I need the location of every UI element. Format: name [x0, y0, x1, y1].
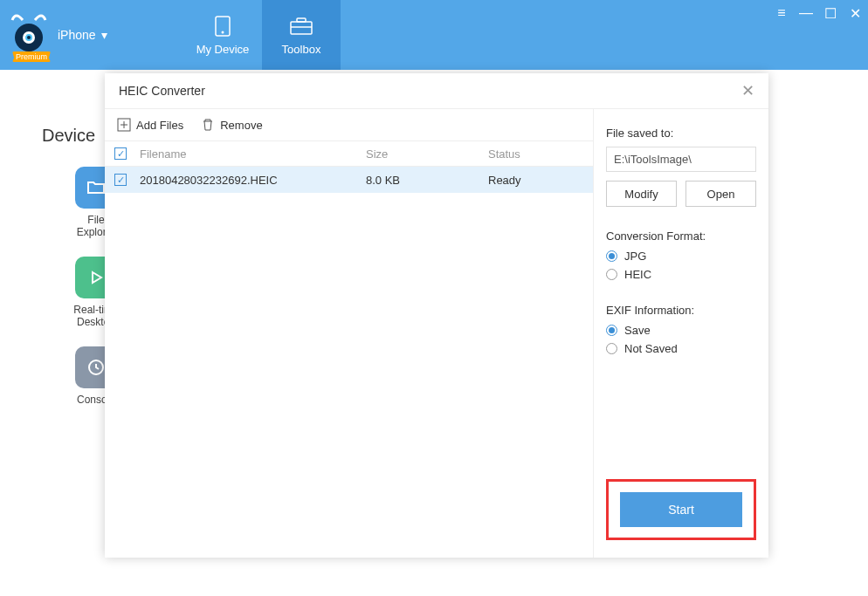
radio-label: Save	[624, 324, 651, 337]
button-label: Add Files	[136, 119, 183, 132]
device-dropdown[interactable]: iPhone ▾	[58, 28, 107, 42]
premium-badge: Premium	[12, 51, 51, 62]
radio-heic[interactable]: HEIC	[606, 268, 756, 281]
file-toolbar: Add Files Remove	[105, 109, 593, 140]
device-name: iPhone	[58, 28, 96, 42]
chevron-down-icon: ▾	[101, 28, 107, 42]
table-header: Filename Size Status	[105, 140, 593, 167]
svg-point-3	[27, 36, 31, 39]
start-highlight: Start	[606, 479, 756, 540]
cell-filename: 20180428032232692.HEIC	[136, 174, 366, 187]
radio-icon	[606, 325, 617, 336]
svg-rect-8	[297, 18, 306, 22]
file-list-panel: Add Files Remove Filename Size Status 20…	[105, 109, 594, 558]
radio-exif-save[interactable]: Save	[606, 324, 756, 337]
tab-label: Toolbox	[282, 43, 321, 56]
col-filename: Filename	[136, 147, 366, 161]
col-status: Status	[488, 147, 593, 161]
close-icon[interactable]: ✕	[741, 81, 754, 100]
col-size: Size	[366, 147, 488, 161]
svg-point-6	[222, 31, 224, 33]
save-path-field[interactable]: E:\iToolsImage\	[606, 147, 756, 172]
select-all-checkbox[interactable]	[114, 147, 127, 160]
radio-jpg[interactable]: JPG	[606, 250, 756, 263]
remove-button[interactable]: Remove	[201, 118, 262, 132]
svg-point-4	[24, 34, 26, 36]
open-button[interactable]: Open	[685, 181, 756, 207]
svg-marker-10	[93, 272, 101, 283]
radio-label: HEIC	[624, 268, 651, 281]
plus-box-icon	[117, 118, 131, 132]
cell-status: Ready	[488, 174, 593, 187]
radio-label: Not Saved	[624, 342, 678, 355]
radio-icon	[606, 250, 617, 262]
minimize-icon[interactable]: —	[798, 5, 814, 22]
conversion-format-group: Conversion Format: JPG HEIC	[606, 229, 756, 281]
trash-icon	[201, 118, 215, 132]
window-controls: ≡ — ☐ ✕	[774, 5, 863, 22]
app-logo: Premium	[7, 13, 51, 57]
path-buttons: Modify Open	[606, 181, 756, 207]
add-files-button[interactable]: Add Files	[117, 118, 183, 132]
brand-area: Premium iPhone ▾	[0, 0, 183, 70]
menu-icon[interactable]: ≡	[774, 5, 789, 22]
cell-size: 8.0 KB	[366, 174, 488, 187]
close-icon[interactable]: ✕	[847, 5, 863, 22]
exif-group: EXIF Information: Save Not Saved	[606, 304, 756, 355]
tab-toolbox[interactable]: Toolbox	[262, 0, 341, 70]
tab-label: My Device	[196, 43, 250, 56]
exif-label: EXIF Information:	[606, 304, 756, 317]
heic-converter-dialog: HEIC Converter ✕ Add Files Remove Filena…	[105, 73, 768, 558]
row-checkbox[interactable]	[114, 174, 127, 186]
dialog-header: HEIC Converter ✕	[105, 73, 768, 108]
radio-label: JPG	[624, 250, 646, 263]
svg-rect-7	[291, 22, 312, 34]
format-label: Conversion Format:	[606, 229, 756, 243]
radio-exif-not-saved[interactable]: Not Saved	[606, 342, 756, 355]
nav-tabs: My Device Toolbox	[183, 0, 341, 70]
radio-icon	[606, 269, 617, 280]
tab-my-device[interactable]: My Device	[183, 0, 262, 70]
dialog-title: HEIC Converter	[119, 84, 205, 98]
start-button[interactable]: Start	[620, 492, 742, 527]
file-table: Filename Size Status 20180428032232692.H…	[105, 140, 593, 558]
settings-panel: File saved to: E:\iToolsImage\ Modify Op…	[594, 109, 768, 558]
table-row[interactable]: 20180428032232692.HEIC 8.0 KB Ready	[105, 167, 593, 193]
radio-icon	[606, 343, 617, 354]
modify-button[interactable]: Modify	[606, 181, 677, 207]
button-label: Remove	[220, 119, 262, 132]
maximize-icon[interactable]: ☐	[823, 5, 838, 22]
app-titlebar: Premium iPhone ▾ My Device Toolbox ≡ — ☐…	[0, 0, 868, 70]
dialog-body: Add Files Remove Filename Size Status 20…	[105, 108, 768, 558]
saved-to-label: File saved to:	[606, 127, 756, 140]
